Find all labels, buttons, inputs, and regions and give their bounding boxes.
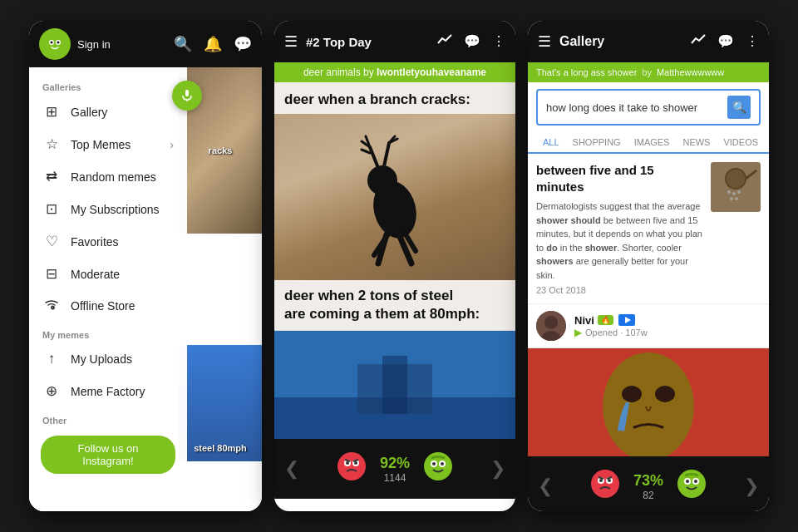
trending-icon[interactable] xyxy=(691,33,706,50)
svg-point-35 xyxy=(726,169,746,189)
svg-point-28 xyxy=(354,461,357,465)
notification-icon[interactable]: 🔔 xyxy=(204,35,222,53)
wifi-icon xyxy=(42,298,61,314)
p3-user-row: Nivi 🔥 ▶ Opened · 107w xyxy=(528,304,769,348)
tab-news[interactable]: NEWS xyxy=(676,132,717,152)
p3-search-username: Matthewwwwww xyxy=(657,67,724,77)
sidebar-item-random-memes[interactable]: ⇄ Random memes xyxy=(29,160,187,193)
sidebar-item-my-subscriptions[interactable]: ⊡ My Subscriptions xyxy=(29,193,187,225)
my-uploads-label: My Uploads xyxy=(71,352,174,366)
p2-meme-bottom-text: deer when 2 tons of steel are coming a t… xyxy=(274,280,515,331)
p2-vote-bar: ❮ 92% 1144 xyxy=(274,439,515,499)
p1-header: Sign in 🔍 🔔 💬 xyxy=(29,21,262,67)
top-memes-label: Top Memes xyxy=(71,138,160,151)
google-search-icon[interactable]: 🔍 xyxy=(727,96,751,119)
tab-all[interactable]: ALL xyxy=(536,132,566,154)
sidebar-item-meme-factory[interactable]: ⊕ Meme Factory xyxy=(29,375,187,407)
my-memes-section-label: My memes xyxy=(29,322,187,343)
username-text: Nivi xyxy=(574,314,594,327)
prev-arrow-icon[interactable]: ❮ xyxy=(284,458,299,480)
p3-meme-image xyxy=(528,348,769,456)
star-icon: ☆ xyxy=(42,135,61,153)
svg-point-24 xyxy=(337,452,366,480)
p2-meme-image xyxy=(274,114,515,280)
p3-vote-stats: 73% 82 xyxy=(633,472,663,501)
next-arrow-icon[interactable]: ❯ xyxy=(744,475,759,497)
follow-instagram-button[interactable]: Follow us on Instagram! xyxy=(41,436,175,474)
p3-google-area: how long does it take to shower 🔍 xyxy=(528,82,769,132)
heart-icon: ♡ xyxy=(42,233,61,250)
phone-1: Sign in 🔍 🔔 💬 racks steel 80mph xyxy=(29,21,262,511)
vote-count: 82 xyxy=(633,490,663,501)
moderate-label: Moderate xyxy=(71,268,174,281)
sidebar-item-my-uploads[interactable]: ↑ My Uploads xyxy=(29,343,187,375)
p3-user-avatar xyxy=(536,311,566,341)
meme-factory-label: Meme Factory xyxy=(71,385,174,398)
svg-point-8 xyxy=(367,165,397,195)
favorites-label: Favorites xyxy=(71,235,174,249)
p1-header-icons: 🔍 🔔 💬 xyxy=(174,35,252,53)
chat-icon[interactable]: 💬 xyxy=(234,35,252,53)
sidebar-item-offline-store[interactable]: Offline Store xyxy=(29,290,187,322)
p3-vote-bar: ❮ 73% 82 xyxy=(528,456,769,511)
svg-point-38 xyxy=(732,192,736,195)
vote-percent: 73% xyxy=(633,472,663,490)
p3-search-by-text: by xyxy=(642,67,652,77)
hamburger-icon[interactable]: ☰ xyxy=(284,32,298,51)
offline-store-label: Offline Store xyxy=(71,299,174,313)
upload-icon: ↑ xyxy=(42,351,61,367)
p3-result-description: Dermatologists suggest that the average … xyxy=(536,200,702,282)
svg-rect-23 xyxy=(382,356,407,414)
phones-container: Sign in 🔍 🔔 💬 racks steel 80mph xyxy=(0,0,798,532)
sidebar-item-top-memes[interactable]: ☆ Top Memes › xyxy=(29,128,187,160)
moderate-icon: ⊟ xyxy=(42,265,61,283)
signin-label[interactable]: Sign in xyxy=(77,38,111,51)
tab-shopping[interactable]: SHOPPING xyxy=(566,132,628,152)
tab-videos[interactable]: VIDEOS xyxy=(717,132,765,152)
sidebar-item-favorites[interactable]: ♡ Favorites xyxy=(29,225,187,258)
svg-point-3 xyxy=(51,42,53,44)
vote-percent: 92% xyxy=(380,455,410,472)
p2-username: Iwontletyouhaveaname xyxy=(377,66,486,78)
tab-images[interactable]: IMAGES xyxy=(628,132,677,152)
svg-point-32 xyxy=(432,462,436,466)
p2-vote-content: 92% 1144 xyxy=(337,451,453,487)
more-icon[interactable]: ⋮ xyxy=(492,33,505,50)
troll-emoji xyxy=(677,469,707,505)
sidebar-item-moderate[interactable]: ⊟ Moderate xyxy=(29,258,187,290)
more-icon[interactable]: ⋮ xyxy=(746,33,759,50)
random-memes-label: Random memes xyxy=(71,170,174,184)
svg-point-33 xyxy=(441,462,444,466)
p2-sub-header: deer animals by Iwontletyouhaveaname xyxy=(274,62,515,82)
chat-icon[interactable]: 💬 xyxy=(464,33,480,50)
user-status-text: Opened · 107w xyxy=(585,328,648,337)
p2-vote-stats: 92% 1144 xyxy=(380,455,410,484)
phone-2: ☰ #2 Top Day 💬 ⋮ deer animals by Iwontle… xyxy=(274,21,515,511)
chevron-right-icon: › xyxy=(170,138,174,151)
p2-by-text: by xyxy=(363,66,377,78)
svg-point-37 xyxy=(727,190,731,194)
mic-button[interactable] xyxy=(172,81,202,111)
gallery-label: Gallery xyxy=(71,106,174,119)
p3-user-name: Nivi 🔥 xyxy=(574,314,761,327)
svg-point-53 xyxy=(599,479,603,482)
hamburger-icon[interactable]: ☰ xyxy=(538,32,551,51)
svg-point-48 xyxy=(622,386,642,402)
sidebar-item-gallery[interactable]: ⊞ Gallery xyxy=(29,96,187,128)
svg-point-49 xyxy=(655,386,675,402)
search-icon[interactable]: 🔍 xyxy=(174,35,192,53)
svg-line-16 xyxy=(362,150,370,153)
p1-content: racks steel 80mph Galleries ⊞ xyxy=(29,67,262,511)
svg-point-0 xyxy=(44,33,66,55)
p1-bg-meme2: steel 80mph xyxy=(179,345,262,461)
trending-icon[interactable] xyxy=(437,33,452,50)
p3-google-search-box[interactable]: how long does it take to shower 🔍 xyxy=(536,89,761,126)
next-arrow-icon[interactable]: ❯ xyxy=(490,458,505,480)
svg-point-50 xyxy=(591,470,619,498)
p1-bg-text1: racks xyxy=(205,141,236,160)
svg-point-41 xyxy=(735,197,738,200)
svg-point-58 xyxy=(686,480,689,483)
prev-arrow-icon[interactable]: ❮ xyxy=(538,475,553,497)
random-icon: ⇄ xyxy=(42,168,61,185)
chat-icon[interactable]: 💬 xyxy=(717,33,734,50)
